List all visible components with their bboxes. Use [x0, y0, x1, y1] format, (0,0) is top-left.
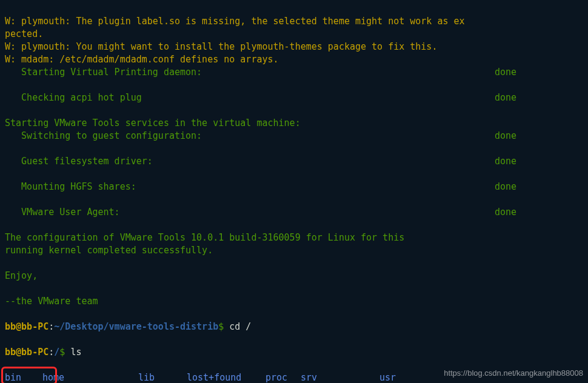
- sign-line: --the VMware team: [5, 296, 98, 307]
- warn-line: W: mdadm: /etc/mdadm/mdadm.conf defines …: [5, 54, 279, 65]
- service-status: done: [495, 92, 583, 104]
- config-msg: The configuration of VMware Tools 10.0.1…: [5, 232, 404, 243]
- service-line: Guest filesystem driver:done: [5, 155, 583, 168]
- command-input[interactable]: cd /: [229, 321, 251, 332]
- service-line: VMware User Agent:done: [5, 206, 583, 219]
- service-status: done: [495, 155, 583, 168]
- ls-dir: lib: [138, 371, 187, 383]
- service-line: Checking acpi hot plugdone: [5, 92, 583, 104]
- blank-line: [5, 258, 10, 268]
- ls-dir: home: [42, 371, 138, 383]
- service-title: Starting VMware Tools services in the vi…: [5, 118, 301, 128]
- ls-dir: srv: [301, 371, 379, 383]
- ls-dir: bin: [5, 371, 42, 383]
- service-status: done: [495, 66, 583, 79]
- command-input[interactable]: ls: [70, 347, 81, 358]
- config-msg: running kernel completed successfully.: [5, 245, 213, 256]
- prompt-dollar: $: [218, 321, 224, 332]
- prompt-dollar: $: [59, 347, 65, 358]
- service-line: Mounting HGFS shares:done: [5, 181, 583, 193]
- blank-line: [5, 283, 10, 294]
- service-status: done: [495, 206, 583, 219]
- terminal-output[interactable]: W: plymouth: The plugin label.so is miss…: [0, 0, 588, 383]
- warn-line: W: plymouth: The plugin label.so is miss…: [5, 16, 465, 39]
- service-status: done: [495, 130, 583, 142]
- service-line: Starting Virtual Printing daemon:done: [5, 66, 583, 79]
- prompt-userhost: bb@bb-PC: [5, 321, 48, 332]
- service-line: Switching to guest configuration:done: [5, 130, 583, 142]
- ls-dir: lost+found: [187, 371, 266, 383]
- blank-line: [5, 308, 10, 319]
- prompt-userhost: bb@bb-PC: [5, 347, 48, 358]
- prompt-path: ~/Desktop/vmware-tools-distrib: [54, 321, 218, 332]
- prompt-line: bb@bb-PC:/$ ls: [5, 346, 583, 359]
- service-label: Guest filesystem driver:: [5, 155, 153, 168]
- ls-dir: proc: [266, 371, 301, 383]
- prompt-line: bb@bb-PC:~/Desktop/vmware-tools-distrib$…: [5, 321, 583, 333]
- service-label: VMware User Agent:: [5, 206, 120, 219]
- enjoy-line: Enjoy,: [5, 270, 38, 281]
- service-label: Mounting HGFS shares:: [5, 181, 136, 193]
- prompt-path: /: [54, 347, 59, 358]
- watermark-text: https://blog.csdn.net/kangkanglhb88008: [444, 367, 583, 379]
- warn-line: W: plymouth: You might want to install t…: [5, 41, 437, 52]
- service-label: Starting Virtual Printing daemon:: [5, 66, 202, 79]
- service-label: Switching to guest configuration:: [5, 130, 202, 142]
- service-label: Checking acpi hot plug: [5, 92, 142, 104]
- service-status: done: [495, 181, 583, 193]
